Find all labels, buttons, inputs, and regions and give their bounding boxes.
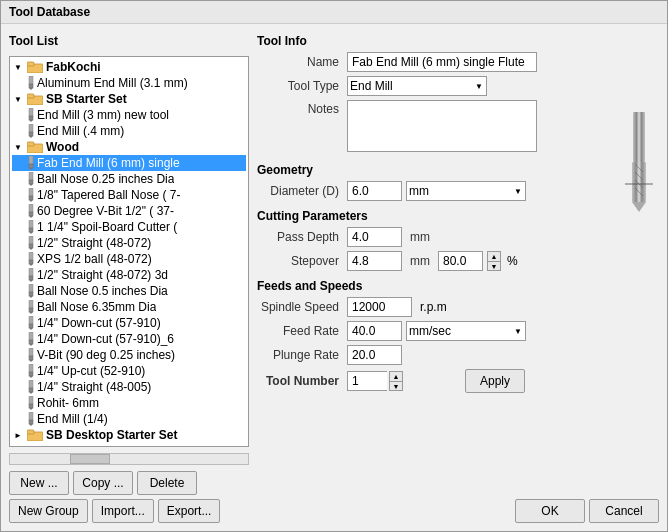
tool-icon [28, 380, 34, 394]
tree-item-sb-starter-1[interactable]: End Mill (3 mm) new tool [12, 107, 246, 123]
notes-input[interactable] [347, 100, 537, 152]
new-group-button[interactable]: New Group [9, 499, 88, 523]
cancel-button[interactable]: Cancel [589, 499, 659, 523]
scrollbar-thumb[interactable] [70, 454, 110, 464]
tool-number-input[interactable] [347, 371, 387, 391]
stepover-pct-input[interactable] [438, 251, 483, 271]
tree-item-wood-10[interactable]: Ball Nose 6.35mm Dia [12, 299, 246, 315]
stepover-control: mm ▲ ▼ % [347, 251, 615, 271]
stepover-input[interactable] [347, 251, 402, 271]
svg-rect-10 [29, 124, 33, 132]
tree-item-wood-4[interactable]: 60 Degree V-Bit 1/2" ( 37- [12, 203, 246, 219]
geometry-title: Geometry [257, 159, 615, 181]
toggle-sb-desktop[interactable]: ► [14, 431, 24, 440]
tree-item-wood-1[interactable]: Fab End Mill (6 mm) single [12, 155, 246, 171]
horizontal-scrollbar[interactable] [9, 453, 249, 465]
tool-type-select[interactable]: End Mill Ball Nose V-Bit Engraving [347, 76, 487, 96]
tree-item-wood-13[interactable]: V-Bit (90 deg 0.25 inches) [12, 347, 246, 363]
tool-icon [28, 124, 34, 138]
tree-group-sb-desktop[interactable]: ►SB Desktop Starter Set [12, 427, 246, 443]
diameter-input[interactable] [347, 181, 402, 201]
export-button[interactable]: Export... [158, 499, 221, 523]
tool-icon [28, 204, 34, 218]
toggle-fabkochi[interactable]: ▼ [14, 63, 24, 72]
svg-rect-11 [29, 132, 33, 136]
group-label-sb-desktop: SB Desktop Starter Set [46, 428, 177, 442]
tool-icon [28, 316, 34, 330]
tool-label-sb-starter-1: End Mill (3 mm) new tool [37, 108, 169, 122]
tool-info-header: Tool Info [257, 32, 659, 52]
spindle-unit: r.p.m [420, 300, 447, 314]
tree-item-sb-starter-2[interactable]: End Mill (.4 mm) [12, 123, 246, 139]
ok-button[interactable]: OK [515, 499, 585, 523]
tool-tree[interactable]: ▼FabKochiAluminum End Mill (3.1 mm)▼SB S… [9, 56, 249, 447]
tree-item-wood-2[interactable]: Ball Nose 0.25 inches Dia [12, 171, 246, 187]
group-label-fabkochi: FabKochi [46, 60, 101, 74]
tree-group-sb-starter[interactable]: ▼SB Starter Set [12, 91, 246, 107]
svg-marker-26 [29, 216, 33, 218]
name-input[interactable] [347, 52, 537, 72]
tool-label-wood-12: 1/4" Down-cut (57-910)_6 [37, 332, 174, 346]
plunge-row: Plunge Rate [257, 345, 615, 365]
new-button[interactable]: New ... [9, 471, 69, 495]
percent-label: % [507, 254, 518, 268]
svg-rect-2 [29, 76, 33, 84]
tool-image-area [619, 52, 659, 397]
tree-item-fabkochi-1[interactable]: Aluminum End Mill (3.1 mm) [12, 75, 246, 91]
feed-rate-input[interactable] [347, 321, 402, 341]
svg-rect-14 [27, 142, 34, 146]
svg-rect-54 [29, 364, 33, 372]
tree-item-wood-14[interactable]: 1/4" Up-cut (52-910) [12, 363, 246, 379]
svg-marker-56 [29, 376, 33, 378]
tree-item-wood-12[interactable]: 1/4" Down-cut (57-910)_6 [12, 331, 246, 347]
svg-rect-51 [29, 348, 33, 356]
copy-button[interactable]: Copy ... [73, 471, 133, 495]
import-button[interactable]: Import... [92, 499, 154, 523]
tree-item-wood-15[interactable]: 1/4" Straight (48-005) [12, 379, 246, 395]
bottom-action-row: OK Cancel [257, 495, 659, 523]
diameter-unit-select[interactable]: mm inches [406, 181, 526, 201]
notes-row: Notes [257, 100, 615, 155]
tree-item-wood-17[interactable]: End Mill (1/4) [12, 411, 246, 427]
pass-depth-input[interactable] [347, 227, 402, 247]
tree-item-wood-7[interactable]: XPS 1/2 ball (48-072) [12, 251, 246, 267]
spindle-input[interactable] [347, 297, 412, 317]
tree-group-fabkochi[interactable]: ▼FabKochi [12, 59, 246, 75]
tree-item-wood-3[interactable]: 1/8" Tapered Ball Nose ( 7- [12, 187, 246, 203]
tool-number-spinner: ▲ ▼ [389, 371, 403, 391]
tool-label-wood-8: 1/2" Straight (48-072) 3d [37, 268, 168, 282]
tree-item-wood-9[interactable]: Ball Nose 0.5 inches Dia [12, 283, 246, 299]
svg-marker-65 [29, 424, 33, 426]
tool-number-down-btn[interactable]: ▼ [389, 381, 403, 391]
feed-unit-select[interactable]: mm/sec inches/sec mm/min [406, 321, 526, 341]
spindle-row: Spindle Speed r.p.m [257, 297, 615, 317]
toggle-wood[interactable]: ▼ [14, 143, 24, 152]
svg-rect-31 [29, 244, 33, 248]
tool-number-up-btn[interactable]: ▲ [389, 371, 403, 381]
name-row: Name [257, 52, 615, 72]
feed-rate-row: Feed Rate mm/sec inches/sec mm/min [257, 321, 615, 341]
apply-button[interactable]: Apply [465, 369, 525, 393]
notes-label: Notes [257, 100, 347, 116]
diameter-control: mm inches [347, 181, 615, 201]
delete-button[interactable]: Delete [137, 471, 197, 495]
svg-marker-62 [29, 408, 33, 410]
tree-item-wood-16[interactable]: Rohit- 6mm [12, 395, 246, 411]
stepover-up-btn[interactable]: ▲ [487, 251, 501, 261]
stepover-down-btn[interactable]: ▼ [487, 261, 501, 271]
plunge-input[interactable] [347, 345, 402, 365]
svg-marker-29 [29, 232, 33, 234]
diameter-unit-wrapper: mm inches [406, 181, 526, 201]
svg-rect-48 [29, 332, 33, 340]
tree-item-wood-5[interactable]: 1 1/4" Spoil-Board Cutter ( [12, 219, 246, 235]
tool-icon [28, 364, 34, 378]
svg-marker-74 [632, 202, 646, 212]
svg-marker-59 [29, 392, 33, 394]
tree-item-wood-6[interactable]: 1/2" Straight (48-072) [12, 235, 246, 251]
tree-group-wood[interactable]: ▼Wood [12, 139, 246, 155]
tree-item-wood-11[interactable]: 1/4" Down-cut (57-910) [12, 315, 246, 331]
svg-rect-24 [29, 204, 33, 212]
tree-item-wood-8[interactable]: 1/2" Straight (48-072) 3d [12, 267, 246, 283]
tool-icon [28, 188, 34, 202]
toggle-sb-starter[interactable]: ▼ [14, 95, 24, 104]
